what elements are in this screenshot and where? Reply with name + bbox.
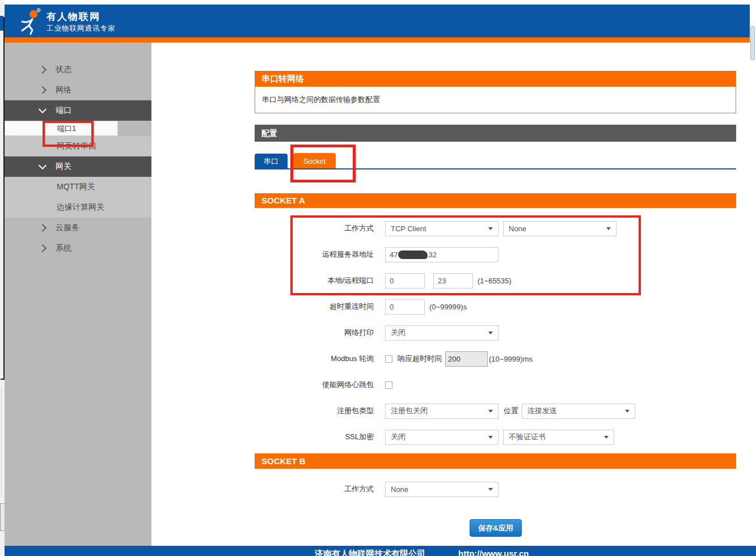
sidebar-item-label: 系统 [56, 243, 71, 253]
socket-b-work-mode-row: 工作方式 None [255, 476, 736, 502]
modbus-timeout-label: 响应超时时间 [398, 354, 442, 364]
modbus-hint: (10~9999)ms [489, 355, 533, 363]
sidebar-menu: 状态 网络 端口 端口1 网页转串口 网关 MQTT网关 [5, 60, 151, 258]
reg-packet-type-select[interactable]: 注册包关闭 [385, 404, 499, 419]
sidebar-item-status[interactable]: 状态 [5, 60, 151, 80]
brand-title: 有人物联网 [47, 10, 100, 23]
dropdown-arrow-icon [625, 410, 630, 413]
footer-url[interactable]: http://www.usr.cn [458, 547, 529, 556]
page-title: 串口转网络 [255, 71, 736, 86]
heartbeat-label: 使能网络心跳包 [255, 380, 385, 390]
annotation-rect-socket-tab [290, 145, 356, 182]
chevron-right-icon [39, 224, 47, 232]
dropdown-arrow-icon [488, 436, 493, 439]
socket-b-work-mode-value: None [391, 485, 408, 494]
socket-a-section-header: SOCKET A [255, 193, 736, 208]
chevron-right-icon [39, 86, 47, 94]
sidebar-item-port-group[interactable]: 端口 [5, 100, 151, 121]
modbus-label: Modbus 轮询 [255, 354, 385, 364]
socket-b-form: 工作方式 None [255, 476, 736, 502]
header-accent-strip [5, 37, 750, 43]
net-print-select[interactable]: 关闭 [385, 325, 499, 341]
sidebar-item-label: 边缘计算网关 [57, 202, 104, 213]
ssl-select[interactable]: 关闭 [385, 430, 499, 445]
sidebar-item-edge-gateway[interactable]: 边缘计算网关 [5, 197, 151, 218]
heartbeat-row: 使能网络心跳包 [255, 372, 736, 398]
sidebar-item-label: 端口 [56, 105, 71, 116]
chevron-right-icon [39, 66, 47, 74]
chevron-down-icon [39, 105, 47, 113]
annotation-rect-socket-a-fields [290, 215, 641, 295]
reg-packet-position-value: 连接发送 [527, 406, 557, 416]
background-window-faint-border [1, 389, 2, 496]
ssl-cert-value: 不验证证书 [509, 432, 546, 442]
usr-logo-icon: R [16, 8, 43, 35]
usr-iot-config-page: R 有人物联网 工业物联网通讯专家 状态 网络 端口 端口1 [0, 0, 756, 556]
footer-company: 济南有人物联网技术有限公司 [315, 547, 425, 556]
annotation-rect-port1 [43, 121, 94, 147]
reconnect-row: 超时重连时间 (0~99999)s [255, 294, 736, 320]
socket-b-work-mode-select[interactable]: None [385, 482, 499, 497]
app-header: R 有人物联网 工业物联网通讯专家 [5, 5, 750, 37]
dropdown-arrow-icon [488, 332, 493, 334]
sidebar-item-cloud[interactable]: 云服务 [5, 218, 151, 238]
reg-packet-row: 注册包类型 注册包关闭 位置 连接发送 [255, 398, 736, 424]
sidebar-item-gateway-group[interactable]: 网关 [5, 156, 151, 177]
sidebar: 状态 网络 端口 端口1 网页转串口 网关 MQTT网关 [5, 43, 151, 546]
heartbeat-checkbox[interactable] [385, 381, 392, 389]
background-window-border-corner [1, 379, 5, 380]
reg-packet-label: 注册包类型 [255, 406, 385, 416]
tab-serial[interactable]: 串口 [255, 154, 288, 169]
reg-packet-position-select[interactable]: 连接发送 [522, 404, 635, 419]
dropdown-arrow-icon [488, 410, 493, 413]
sidebar-item-network[interactable]: 网络 [5, 80, 151, 100]
sidebar-item-label: 云服务 [56, 223, 79, 233]
chevron-right-icon [39, 244, 47, 252]
net-print-value: 关闭 [391, 328, 406, 338]
modbus-poll-checkbox[interactable] [385, 355, 392, 363]
socket-b-section-header: SOCKET B [255, 453, 736, 469]
reg-packet-position-label: 位置 [504, 406, 518, 416]
brand-tagline: 工业物联网通讯专家 [47, 24, 116, 33]
dropdown-arrow-icon [488, 488, 493, 491]
reconnect-hint: (0~99999)s [429, 303, 467, 311]
reconnect-label: 超时重连时间 [255, 302, 385, 312]
sidebar-item-label: MQTT网关 [57, 182, 95, 192]
config-section-header: 配置 [255, 125, 736, 142]
net-print-label: 网络打印 [255, 328, 385, 338]
reconnect-time-input[interactable] [385, 299, 425, 315]
modbus-row: Modbus 轮询 响应超时时间 (10~9999)ms [255, 346, 736, 372]
page-description: 串口与网络之间的数据传输参数配置 [255, 86, 736, 113]
dropdown-arrow-icon [604, 436, 609, 439]
chevron-down-icon [39, 162, 47, 169]
modbus-timeout-input[interactable] [445, 351, 488, 367]
sidebar-item-label: 状态 [56, 65, 71, 75]
ssl-label: SSL加密 [255, 432, 385, 442]
sidebar-item-label: 网关 [56, 162, 71, 172]
sidebar-item-label: 网络 [56, 85, 71, 95]
ssl-cert-select[interactable]: 不验证证书 [503, 430, 614, 445]
save-apply-button[interactable]: 保存&应用 [470, 519, 522, 537]
net-print-row: 网络打印 关闭 [255, 320, 736, 346]
scrollbar-thumb[interactable] [750, 26, 755, 60]
sidebar-item-mqtt-gateway[interactable]: MQTT网关 [5, 177, 151, 197]
ssl-value: 关闭 [391, 432, 406, 442]
sidebar-item-system[interactable]: 系统 [5, 238, 151, 258]
reg-packet-type-value: 注册包关闭 [391, 406, 428, 416]
socket-b-work-mode-label: 工作方式 [255, 484, 385, 494]
footer: 济南有人物联网技术有限公司 http://www.usr.cn [5, 546, 756, 556]
ssl-row: SSL加密 关闭 不验证证书 [255, 424, 736, 450]
